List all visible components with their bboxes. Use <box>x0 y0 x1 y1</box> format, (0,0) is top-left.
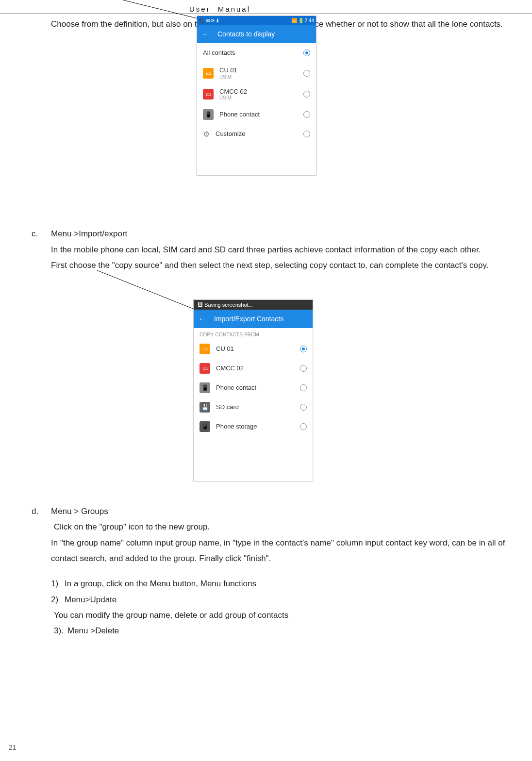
storage-icon: 📱 <box>200 421 210 432</box>
option-cmcc02[interactable]: ▭ CMCC 02USIM <box>197 84 316 105</box>
section-label: COPY CONTACTS FROM <box>194 328 313 339</box>
page-number: 21 <box>9 744 17 751</box>
section-d: d. Menu > Groups Click on the "group" ic… <box>51 504 517 639</box>
saving-toast: 🖼 Saving screenshot... <box>194 300 313 310</box>
sim-icon: ▭ <box>203 89 214 99</box>
option-phone-contact[interactable]: 📱 Phone contact <box>197 105 316 124</box>
radio-icon[interactable] <box>300 365 307 372</box>
section-c: c. Menu >Import/export In the mobile pho… <box>51 226 517 273</box>
phone-icon: 📞 <box>199 18 205 23</box>
source-cmcc02[interactable]: ▭ CMCC 02 <box>194 359 313 378</box>
image-icon: 🖼 <box>198 302 203 308</box>
item-c-title: Menu >Import/export <box>51 229 127 238</box>
d-sub2-desc: You can modify the group name, delete or… <box>54 608 517 623</box>
item-d-para1: In "the group name" column input group n… <box>51 535 517 567</box>
phone-icon: 📱 <box>200 382 210 393</box>
appbar-title: Contacts to display <box>217 30 275 38</box>
back-icon[interactable]: ← <box>202 30 209 38</box>
status-bar: 📞✉⟳⬇ 📶🔋2:44 <box>197 16 316 25</box>
appbar: ← Contacts to display <box>197 25 316 43</box>
back-icon[interactable]: ← <box>199 315 205 323</box>
battery-icon: 🔋 <box>298 18 304 23</box>
radio-icon[interactable] <box>300 423 307 430</box>
item-d-line1: Click on the "group" icon to the new gro… <box>54 519 517 535</box>
signal-icon: 📶 <box>291 18 297 23</box>
item-d-title-prefix: Menu > <box>51 507 81 516</box>
d-sub3-text: Menu >Delete <box>67 626 119 635</box>
radio-icon[interactable] <box>300 384 307 391</box>
gear-icon: ⚙ <box>203 130 210 139</box>
item-c-para1: In the mobile phone can local, SIM card … <box>51 242 517 258</box>
header-rule <box>0 14 532 14</box>
sync-icon: ⟳ <box>211 18 215 23</box>
appbar: ← Import/Export Contacts <box>194 310 313 328</box>
radio-icon[interactable] <box>303 50 310 56</box>
mail-icon: ✉ <box>206 18 210 23</box>
item-d-title-suffix: Groups <box>81 507 108 516</box>
radio-icon[interactable] <box>303 91 310 98</box>
item-d-label: d. <box>32 504 38 519</box>
page-header: User Manual <box>189 5 250 13</box>
option-all-contacts[interactable]: All contacts <box>197 43 316 63</box>
d-sub2-num: 2) <box>51 592 58 608</box>
radio-icon[interactable] <box>303 131 310 137</box>
status-time: 2:44 <box>305 18 314 23</box>
screenshot-import-export: 🖼 Saving screenshot... ← Import/Export C… <box>193 299 313 481</box>
sd-card-icon: 💾 <box>200 402 210 413</box>
sim-icon: ▭ <box>200 363 210 374</box>
d-sub2-text: Menu>Update <box>65 595 116 604</box>
phone-icon: 📱 <box>203 109 214 120</box>
radio-icon[interactable] <box>300 404 307 411</box>
source-phone-storage[interactable]: 📱 Phone storage <box>194 417 313 436</box>
d-sub1-num: 1) <box>51 576 58 592</box>
screenshot-contacts-to-display: 📞✉⟳⬇ 📶🔋2:44 ← Contacts to display All co… <box>197 16 316 176</box>
source-cu01[interactable]: ▭ CU 01 <box>194 339 313 359</box>
radio-icon[interactable] <box>300 346 307 352</box>
d-sub3-num: 3). <box>54 623 64 639</box>
sim-icon: ▭ <box>203 68 214 79</box>
source-sd-card[interactable]: 💾 SD card <box>194 397 313 417</box>
sim-icon: ▭ <box>200 344 210 354</box>
radio-icon[interactable] <box>303 70 310 77</box>
radio-icon[interactable] <box>303 111 310 118</box>
option-customize[interactable]: ⚙ Customize <box>197 124 316 144</box>
d-sub1-text: In a group, click on the Menu button, Me… <box>65 579 256 588</box>
option-cu01[interactable]: ▭ CU 01USIM <box>197 63 316 84</box>
item-c-para2: First choose the "copy source" and then … <box>51 258 517 273</box>
item-c-label: c. <box>32 226 38 242</box>
appbar-title: Import/Export Contacts <box>214 315 283 323</box>
source-phone-contact[interactable]: 📱 Phone contact <box>194 378 313 397</box>
